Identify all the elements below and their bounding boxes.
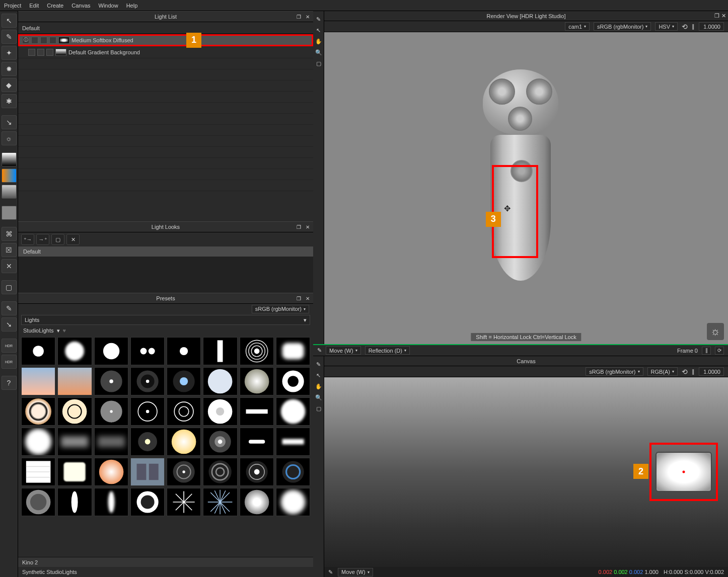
- tool-eraser-icon[interactable]: ◆: [2, 78, 17, 92]
- preset-thumb[interactable]: [94, 488, 128, 516]
- link-icon[interactable]: ⟲: [682, 23, 688, 31]
- preset-thumb[interactable]: [57, 488, 92, 516]
- preset-thumb[interactable]: [167, 458, 201, 486]
- visibility-icon[interactable]: [28, 49, 35, 56]
- preset-thumb[interactable]: [203, 428, 237, 456]
- visibility-icon[interactable]: [31, 37, 38, 44]
- preset-thumb[interactable]: [94, 397, 128, 426]
- preset-thumb[interactable]: [130, 458, 165, 486]
- tool-globe-icon[interactable]: ✱: [2, 94, 17, 108]
- menu-project[interactable]: Project: [4, 3, 21, 9]
- preset-thumb[interactable]: [94, 337, 128, 365]
- preset-thumb[interactable]: [276, 367, 310, 395]
- mode-dropdown[interactable]: HSV▾: [655, 22, 678, 31]
- preset-thumb[interactable]: [94, 428, 128, 456]
- preset-thumb[interactable]: [57, 458, 92, 486]
- zoom-icon[interactable]: 🔍: [314, 48, 323, 57]
- preset-thumb[interactable]: [203, 337, 237, 365]
- preset-thumb[interactable]: [276, 488, 310, 516]
- menu-edit[interactable]: Edit: [29, 3, 39, 9]
- exposure-input[interactable]: 1.0000: [699, 367, 724, 376]
- link-icon[interactable]: ⟲: [682, 368, 688, 376]
- preset-thumb[interactable]: [203, 488, 237, 516]
- preset-thumb[interactable]: [276, 458, 310, 486]
- preset-thumb[interactable]: [57, 367, 92, 395]
- preset-thumb[interactable]: [203, 367, 237, 395]
- tool-hdr-icon[interactable]: HDR: [2, 339, 17, 353]
- lightlist-item-selected[interactable]: ⓘ Medium Softbox Diffused 1: [18, 34, 313, 46]
- camera-dropdown[interactable]: cam1▾: [565, 22, 590, 31]
- close-icon[interactable]: ✕: [304, 295, 311, 302]
- brush-icon[interactable]: ✎: [314, 15, 323, 24]
- preset-thumb[interactable]: [240, 337, 274, 365]
- preset-thumb[interactable]: [167, 428, 201, 456]
- menu-help[interactable]: Help: [126, 3, 138, 9]
- preset-thumb[interactable]: [130, 397, 165, 426]
- preset-thumb[interactable]: [240, 367, 274, 395]
- canvas-area[interactable]: 2: [324, 377, 728, 567]
- delete-look-button[interactable]: ✕: [66, 234, 80, 245]
- preset-thumb[interactable]: [130, 337, 165, 365]
- preset-thumb[interactable]: [94, 367, 128, 395]
- tool-brush2-icon[interactable]: ✎: [2, 301, 17, 315]
- preset-thumb[interactable]: [167, 488, 201, 516]
- restore-icon[interactable]: ❐: [295, 13, 302, 20]
- presets-category-dropdown[interactable]: Lights ▾: [21, 315, 310, 325]
- brush-icon[interactable]: ✎: [314, 360, 323, 369]
- brush-icon[interactable]: ✎: [328, 569, 333, 575]
- close-icon[interactable]: ✕: [304, 223, 311, 230]
- preset-thumb[interactable]: [57, 397, 92, 426]
- pause-icon[interactable]: ‖: [692, 23, 695, 30]
- hand-icon[interactable]: ✋: [314, 382, 323, 391]
- tool-arrow2-icon[interactable]: ➘: [2, 317, 17, 332]
- render-area[interactable]: 3 ✥ Shift = Horizontal Lock Ctrl=Vertica…: [324, 32, 728, 344]
- arrow-icon[interactable]: ↖: [314, 26, 323, 35]
- preset-thumb[interactable]: [276, 397, 310, 426]
- preset-thumb[interactable]: [130, 488, 165, 516]
- preset-thumb[interactable]: [276, 428, 310, 456]
- favorite-icon[interactable]: ♥: [63, 327, 66, 334]
- preset-thumb[interactable]: [21, 488, 55, 516]
- preset-thumb[interactable]: [276, 337, 310, 365]
- preset-thumb[interactable]: [21, 428, 55, 456]
- preset-thumb[interactable]: [130, 367, 165, 395]
- preset-thumb[interactable]: [57, 428, 92, 456]
- colorspace-dropdown[interactable]: sRGB (rgbMonitor)▾: [594, 22, 651, 31]
- zoom-icon[interactable]: 🔍: [314, 393, 323, 402]
- colorspace-dropdown[interactable]: sRGB (rgbMonitor)▾: [586, 367, 643, 376]
- move-dropdown[interactable]: Move (W)▾: [326, 346, 361, 355]
- lightlooks-row[interactable]: Default: [18, 246, 313, 257]
- frame-icon[interactable]: ▢: [314, 404, 323, 413]
- tool-eyedrop-icon[interactable]: ✦: [2, 46, 17, 60]
- brush-icon[interactable]: ✎: [317, 347, 322, 354]
- info-icon[interactable]: ⓘ: [22, 37, 29, 44]
- copy-look-button[interactable]: ▢: [51, 234, 64, 245]
- preset-thumb[interactable]: [21, 337, 55, 365]
- sun-icon[interactable]: ☼: [707, 323, 724, 340]
- tool-chain-icon[interactable]: ☒: [2, 243, 17, 257]
- restore-icon[interactable]: ❐: [295, 295, 302, 302]
- menu-window[interactable]: Window: [99, 3, 118, 9]
- preset-thumb[interactable]: [203, 458, 237, 486]
- preset-thumb[interactable]: [240, 397, 274, 426]
- preset-thumb[interactable]: [21, 458, 55, 486]
- tool-wand-icon[interactable]: ↘: [2, 115, 17, 129]
- refresh-button[interactable]: ⟳: [715, 347, 724, 355]
- lightlist-default-row[interactable]: Default: [18, 22, 313, 34]
- preset-thumb[interactable]: [240, 488, 274, 516]
- preset-thumb[interactable]: [21, 397, 55, 426]
- frame-icon[interactable]: ▢: [314, 59, 323, 68]
- menu-canvas[interactable]: Canvas: [71, 3, 90, 9]
- tool-sun-icon[interactable]: ☼: [2, 131, 17, 145]
- preset-thumb[interactable]: [167, 337, 201, 365]
- preset-thumb[interactable]: [130, 428, 165, 456]
- chevron-down-icon[interactable]: ▾: [57, 327, 60, 334]
- restore-icon[interactable]: ❐: [714, 13, 719, 19]
- close-icon[interactable]: ✕: [721, 13, 726, 19]
- tool-layers-icon[interactable]: [2, 169, 17, 183]
- add-look-button[interactable]: ⁺→: [21, 234, 34, 245]
- menu-create[interactable]: Create: [47, 3, 63, 9]
- tool-empty-icon[interactable]: [2, 206, 17, 220]
- lock-icon[interactable]: [49, 37, 56, 44]
- tool-hdr2-icon[interactable]: HDR: [2, 355, 17, 369]
